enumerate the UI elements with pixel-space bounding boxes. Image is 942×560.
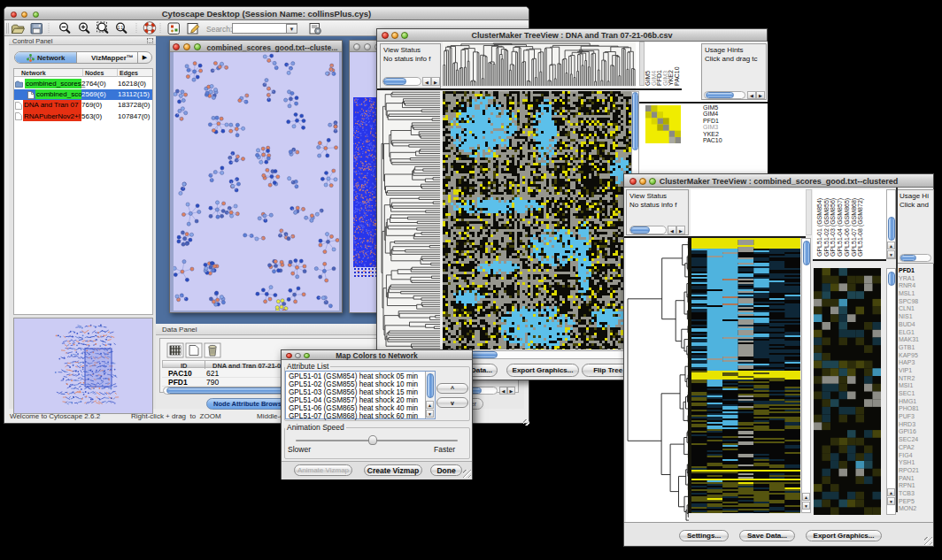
svg-text:PAC10: PAC10 <box>674 66 680 86</box>
svg-text:GPL51-08 (GSM872): GPL51-08 (GSM872) <box>857 198 864 257</box>
svg-text:1:1: 1:1 <box>118 26 124 30</box>
